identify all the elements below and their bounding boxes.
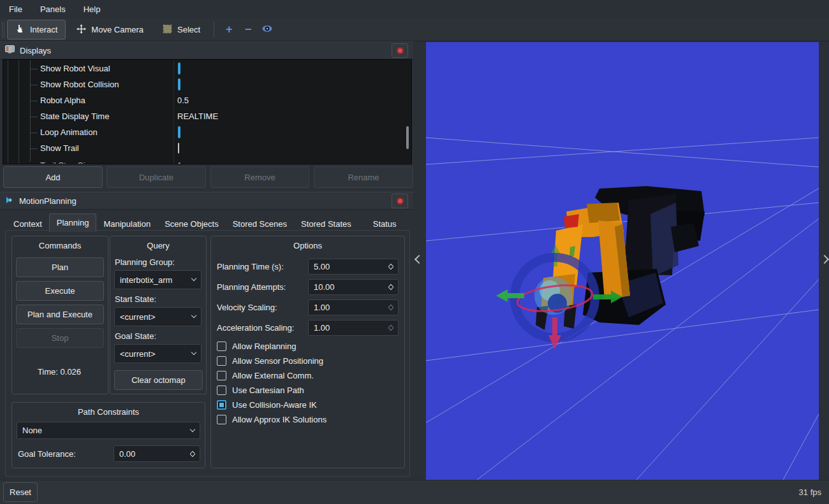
duplicate-display-button[interactable]: Duplicate — [106, 166, 206, 188]
right-splitter-collapse-handle[interactable] — [821, 255, 828, 264]
tree-scrollbar[interactable] — [406, 126, 409, 149]
menu-file[interactable]: File — [0, 0, 31, 18]
tree-row[interactable]: Show Robot Collision — [3, 77, 411, 93]
allow-sensor-positioning-row[interactable]: Allow Sensor Positioning — [217, 355, 323, 366]
tree-tick — [30, 69, 38, 69]
motionplanning-panel-header[interactable]: MotionPlanning — [0, 192, 413, 210]
motionplanning-panel-title: MotionPlanning — [19, 196, 77, 206]
allow-approx-ik-row[interactable]: Allow Approx IK Solutions — [217, 414, 326, 425]
use-collision-aware-ik-checkbox[interactable] — [217, 400, 226, 410]
tab-stored-scenes[interactable]: Stored Scenes — [226, 215, 294, 232]
zoom-in-button[interactable]: + — [219, 23, 238, 36]
tree-row[interactable]: State Display Time REALTIME — [3, 109, 411, 125]
motionplanning-close-button[interactable] — [392, 194, 408, 208]
toolbar-separator — [214, 22, 214, 38]
start-state-combobox[interactable]: <current> — [114, 307, 202, 326]
displays-panel-header[interactable]: Displays — [0, 41, 413, 59]
use-cartesian-path-label: Use Cartesian Path — [232, 385, 304, 395]
goal-state-combobox[interactable]: <current> — [114, 344, 202, 363]
tree-row[interactable]: Robot Alpha 0.5 — [3, 93, 411, 109]
zoom-out-button[interactable]: − — [238, 23, 258, 36]
allow-external-comm-checkbox[interactable] — [217, 371, 226, 380]
interact-label: Interact — [30, 25, 57, 34]
acceleration-scaling-spinbox[interactable]: 1.00 — [308, 320, 399, 336]
tab-status[interactable]: Status — [366, 215, 404, 232]
tree-row-checkbox[interactable] — [178, 78, 180, 90]
visibility-eye-button[interactable] — [258, 25, 277, 34]
double-chevron-icon — [5, 196, 14, 206]
allow-replanning-row[interactable]: Allow Replanning — [217, 340, 296, 352]
path-constraints-combobox[interactable]: None — [17, 422, 200, 439]
allow-external-comm-row[interactable]: Allow External Comm. — [217, 370, 314, 381]
selection-box-icon — [163, 24, 172, 36]
allow-sensor-positioning-checkbox[interactable] — [217, 356, 226, 366]
velocity-scaling-spinbox[interactable]: 1.00 — [308, 299, 399, 315]
chevron-down-icon — [191, 313, 196, 318]
planning-attempts-spinbox[interactable]: 10.00 — [308, 279, 399, 295]
tree-row[interactable]: Show Trail — [3, 141, 411, 157]
toolbar-grip2 — [4, 22, 4, 38]
use-collision-aware-ik-row[interactable]: Use Collision-Aware IK — [217, 399, 317, 410]
tree-row-value[interactable]: 0.5 — [177, 96, 189, 105]
planning-group-combobox[interactable]: interbotix_arm — [114, 270, 202, 289]
goal-state-label: Goal State: — [115, 331, 156, 341]
tab-context[interactable]: Context — [6, 215, 49, 232]
plan-button[interactable]: Plan — [16, 257, 104, 277]
tree-row[interactable]: Show Robot Visual — [3, 61, 411, 77]
allow-approx-ik-label: Allow Approx IK Solutions — [232, 415, 326, 424]
use-cartesian-path-row[interactable]: Use Cartesian Path — [217, 384, 304, 396]
hand-cursor-icon — [15, 24, 25, 36]
toolbar-grip[interactable] — [2, 22, 3, 38]
allow-replanning-checkbox[interactable] — [217, 342, 226, 351]
rename-display-button[interactable]: Rename — [314, 166, 413, 188]
tab-scene-objects[interactable]: Scene Objects — [158, 215, 226, 232]
velocity-scaling-value: 1.00 — [314, 303, 386, 312]
left-splitter-collapse-handle[interactable] — [416, 255, 422, 264]
path-constraints-title: Path Constraints — [12, 407, 205, 417]
tree-row-checkbox[interactable] — [178, 62, 180, 75]
clear-octomap-button[interactable]: Clear octomap — [114, 370, 203, 390]
chevron-down-icon — [191, 276, 196, 281]
use-collision-aware-ik-label: Use Collision-Aware IK — [232, 400, 317, 410]
select-label: Select — [177, 25, 200, 34]
3d-viewport[interactable] — [426, 42, 819, 480]
move-camera-tool-button[interactable]: Move Camera — [68, 20, 152, 40]
interact-tool-button[interactable]: Interact — [7, 20, 66, 40]
menu-help[interactable]: Help — [75, 0, 110, 18]
goal-tolerance-label: Goal Tolerance: — [18, 449, 76, 459]
tree-row[interactable]: Loop Animation — [3, 125, 411, 141]
tree-row-checkbox[interactable] — [178, 126, 180, 138]
path-constraints-value: None — [22, 426, 191, 435]
planning-group-value: interbotix_arm — [120, 275, 192, 285]
tree-row-value[interactable]: REALTIME — [177, 112, 218, 121]
select-tool-button[interactable]: Select — [154, 20, 209, 40]
tree-row-label: Show Trail — [40, 143, 79, 153]
tree-row-clipped[interactable]: Trail Step Size 1 — [3, 157, 411, 164]
displays-close-button[interactable] — [392, 43, 408, 58]
tree-tick — [30, 117, 38, 117]
tab-stored-states[interactable]: Stored States — [294, 215, 358, 232]
allow-approx-ik-checkbox[interactable] — [217, 415, 226, 424]
fps-counter: 31 fps — [799, 487, 821, 497]
tree-row-checkbox[interactable] — [178, 143, 179, 154]
add-display-button[interactable]: Add — [3, 166, 103, 188]
reset-button[interactable]: Reset — [3, 482, 38, 502]
tab-planning[interactable]: Planning — [49, 213, 97, 232]
menu-bar: File Panels Help — [0, 0, 829, 18]
remove-display-button[interactable]: Remove — [210, 166, 309, 188]
use-cartesian-path-checkbox[interactable] — [217, 385, 226, 395]
execute-button[interactable]: Execute — [16, 281, 104, 301]
planning-time-spinbox[interactable]: 5.00 — [308, 259, 399, 275]
toolbar: Interact Move Camera Select + − — [0, 18, 829, 41]
velocity-scaling-label: Velocity Scaling: — [217, 303, 277, 312]
tab-manipulation[interactable]: Manipulation — [96, 215, 158, 232]
plan-and-execute-button[interactable]: Plan and Execute — [16, 305, 104, 324]
goal-state-value: <current> — [120, 349, 192, 359]
menu-panels[interactable]: Panels — [31, 0, 75, 18]
tree-row-label: Robot Alpha — [40, 96, 85, 105]
stop-button[interactable]: Stop — [16, 328, 104, 348]
tree-row-label: Show Robot Visual — [40, 64, 110, 73]
goal-tolerance-spinbox[interactable]: 0.00 — [114, 445, 200, 462]
displays-tree[interactable]: Show Robot Visual Show Robot Collision R… — [3, 59, 412, 164]
tree-tick — [30, 148, 38, 149]
